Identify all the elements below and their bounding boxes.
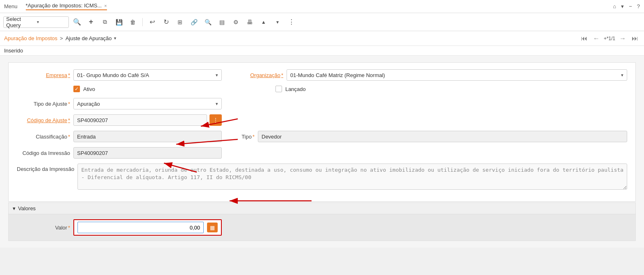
empresa-row: Empresa 01- Grupo Mundo do Café S/A ▾ Or… [17, 69, 627, 81]
codigo-ajuste-row: Código de Ajuste ⋮ [17, 114, 627, 126]
attach-btn[interactable]: 🔗 [188, 16, 200, 28]
main-content: Empresa 01- Grupo Mundo do Café S/A ▾ Or… [0, 56, 644, 248]
down-btn[interactable]: ▾ [272, 16, 283, 28]
breadcrumb-dropdown-arrow[interactable]: ▾ [114, 36, 116, 41]
tipo-input[interactable] [258, 131, 627, 142]
valores-header[interactable]: ▾ Valores [9, 203, 635, 214]
valores-section: ▾ Valores Valor ▦ [8, 202, 636, 241]
codigo-ajuste-group: Código de Ajuste ⋮ [17, 114, 222, 126]
active-tab[interactable]: *Apuração de Impostos: ICMS... × [26, 2, 107, 10]
organizacao-value: 01-Mundo Café Matriz (Regime Normal) [290, 72, 385, 78]
descricao-row: Descrição da Impressão [17, 164, 627, 190]
settings-btn[interactable]: ⚙ [230, 16, 241, 28]
up-btn[interactable]: ▲ [258, 16, 269, 28]
ativo-checkbox[interactable]: ✓ [73, 86, 80, 92]
copy-btn[interactable]: ⧉ [99, 16, 111, 28]
codigo-ajuste-label[interactable]: Código de Ajuste [17, 117, 70, 123]
valor-row: ▦ [73, 219, 222, 236]
organizacao-group: Organização 01-Mundo Café Matriz (Regime… [230, 69, 627, 81]
form-section: Empresa 01- Grupo Mundo do Café S/A ▾ Or… [8, 62, 636, 202]
tab-label: *Apuração de Impostos: ICMS... [26, 2, 102, 9]
codigo-ajuste-input[interactable] [73, 114, 207, 126]
add-btn[interactable]: + [85, 16, 97, 28]
search-btn[interactable]: 🔍 [71, 16, 83, 28]
print-btn[interactable]: 🖶 [244, 16, 255, 28]
select-query-label: Select Query [6, 16, 35, 28]
nav-page-info: +*1/1 [604, 36, 615, 41]
empresa-group: Empresa 01- Grupo Mundo do Café S/A ▾ [17, 69, 222, 81]
report-btn[interactable]: ▤ [216, 16, 228, 28]
arrow-down-icon[interactable]: ▾ [621, 3, 624, 9]
tipo-ajuste-value: Apuração [77, 101, 100, 107]
zoom-btn[interactable]: 🔍 [202, 16, 214, 28]
delete-btn[interactable]: 🗑 [127, 16, 139, 28]
breadcrumb: Apuração de Impostos > Ajuste de Apuraçã… [4, 35, 116, 41]
codigo-impressao-group: Código da Imressão [17, 147, 222, 159]
tipo-ajuste-label: Tipo de Ajuste [17, 101, 70, 107]
home-icon[interactable]: ⌂ [613, 3, 616, 9]
lancado-checkbox[interactable] [275, 86, 282, 92]
tipo-ajuste-row: Tipo de Ajuste Apuração ▾ [17, 98, 627, 109]
empresa-label[interactable]: Empresa [17, 72, 70, 78]
nav-controls: ⏮ ← +*1/1 → ⏭ [579, 34, 640, 43]
valores-collapse-icon: ▾ [13, 205, 16, 211]
tipo-ajuste-group: Tipo de Ajuste Apuração ▾ [17, 98, 222, 109]
menu-button[interactable]: Menu [4, 3, 18, 9]
refresh-btn[interactable]: ↻ [160, 16, 172, 28]
descricao-textarea[interactable] [77, 164, 627, 190]
select-query-dropdown[interactable]: Select Query ▾ [3, 16, 69, 28]
breadcrumb-separator: > [60, 35, 63, 41]
descricao-label: Descrição da Impressão [17, 166, 74, 172]
breadcrumb-current: Ajuste de Apuração [66, 35, 112, 41]
more-btn[interactable]: ⋮ [286, 16, 297, 28]
minimize-icon[interactable]: − [629, 3, 632, 9]
help-icon[interactable]: ? [637, 3, 640, 9]
ativo-row: ✓ Ativo Lançado [17, 86, 627, 92]
tipo-label: Tipo [230, 134, 255, 140]
codigo-impressao-label: Código da Imressão [17, 150, 70, 156]
grid-btn[interactable]: ⊞ [174, 16, 186, 28]
empresa-arrow: ▾ [216, 73, 218, 78]
nav-next-btn[interactable]: → [618, 34, 628, 43]
valores-body: Valor ▦ [9, 214, 635, 241]
codigo-ajuste-action-btn[interactable]: ⋮ [209, 114, 222, 126]
nav-first-btn[interactable]: ⏮ [579, 34, 589, 43]
descricao-group: Descrição da Impressão [17, 164, 627, 190]
undo-btn[interactable]: ↩ [146, 16, 158, 28]
nav-prev-btn[interactable]: ← [592, 34, 601, 43]
empresa-select[interactable]: 01- Grupo Mundo do Café S/A ▾ [73, 69, 222, 81]
classificacao-input[interactable] [73, 131, 222, 142]
tipo-group: Tipo [230, 131, 627, 142]
tab-close-button[interactable]: × [104, 3, 107, 8]
tipo-ajuste-arrow: ▾ [216, 101, 218, 107]
nav-last-btn[interactable]: ⏭ [630, 34, 640, 43]
status-label: Inserido [4, 48, 23, 54]
classificacao-row: Classificação Tipo [17, 131, 627, 142]
valor-input[interactable] [77, 222, 204, 233]
codigo-impressao-row: Código da Imressão [17, 147, 627, 159]
breadcrumb-bar: Apuração de Impostos > Ajuste de Apuraçã… [0, 31, 644, 46]
lancado-label: Lançado [285, 86, 306, 92]
calc-icon: ▦ [210, 225, 215, 231]
empresa-value: 01- Grupo Mundo do Café S/A [77, 72, 149, 78]
organizacao-select[interactable]: 01-Mundo Café Matriz (Regime Normal) ▾ [287, 69, 627, 81]
valor-calc-btn[interactable]: ▦ [207, 223, 218, 232]
select-query-arrow: ▾ [37, 20, 66, 24]
organizacao-label[interactable]: Organização [230, 72, 283, 78]
valores-section-label: Valores [18, 205, 36, 211]
tipo-ajuste-select[interactable]: Apuração ▾ [73, 98, 222, 109]
top-bar: Menu *Apuração de Impostos: ICMS... × ⌂ … [0, 0, 644, 13]
toolbar: Select Query ▾ 🔍 + ⧉ 💾 🗑 ↩ ↻ ⊞ 🔗 🔍 ▤ ⚙ 🖶… [0, 13, 644, 31]
save-btn[interactable]: 💾 [113, 16, 125, 28]
classificacao-label: Classificação [17, 134, 70, 140]
codigo-impressao-input[interactable] [73, 147, 222, 159]
codigo-ajuste-btn-icon: ⋮ [213, 117, 218, 123]
status-bar: Inserido [0, 46, 644, 56]
organizacao-arrow: ▾ [621, 73, 624, 78]
ativo-label: Ativo [83, 86, 95, 92]
valor-label: Valor [17, 225, 70, 231]
breadcrumb-link[interactable]: Apuração de Impostos [4, 35, 57, 41]
classificacao-group: Classificação [17, 131, 222, 142]
